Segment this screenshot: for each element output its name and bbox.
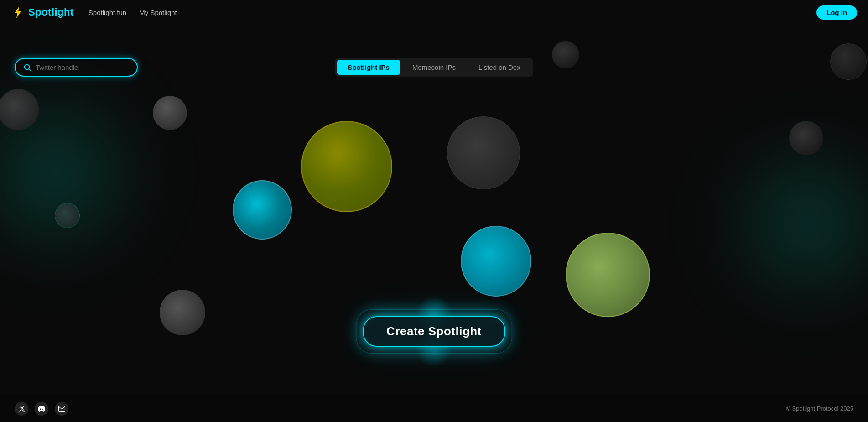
nav-my-spotlight[interactable]: My Spotlight <box>139 9 177 16</box>
tab-memecoin-ips[interactable]: Memecoin IPs <box>401 60 467 75</box>
main-canvas: Spotlight IPs Memecoin IPs Listed on Dex… <box>0 25 868 422</box>
circle-11 <box>566 233 650 317</box>
search-container <box>15 58 138 77</box>
logo: Spotlight <box>11 5 74 19</box>
tabs-container: Spotlight IPs Memecoin IPs Listed on Dex <box>335 58 533 77</box>
create-spotlight-glow: Create Spotlight <box>363 316 505 347</box>
navbar: Spotlight Spotlight.fun My Spotlight Log… <box>0 0 868 25</box>
footer-copyright: © Spotlight Protocol 2025 <box>786 405 853 412</box>
circle-9 <box>55 203 80 228</box>
circle-7 <box>233 180 292 240</box>
circle-1 <box>0 89 39 130</box>
circle-12 <box>789 121 823 155</box>
nav-links: Spotlight.fun My Spotlight <box>88 9 816 16</box>
tab-spotlight-ips[interactable]: Spotlight IPs <box>337 60 400 75</box>
svg-marker-0 <box>15 6 21 18</box>
login-button[interactable]: Log In <box>816 5 857 20</box>
circle-10 <box>160 290 205 335</box>
logo-icon <box>11 5 25 19</box>
footer: © Spotlight Protocol 2025 <box>0 395 868 422</box>
circle-2 <box>153 96 187 130</box>
discord-icon[interactable] <box>35 402 48 416</box>
search-box <box>15 58 138 77</box>
email-icon[interactable] <box>55 402 68 416</box>
circle-4 <box>447 116 520 189</box>
circle-3 <box>301 121 392 212</box>
twitter-icon[interactable] <box>15 402 28 416</box>
create-spotlight-container: Create Spotlight <box>363 316 505 347</box>
circle-8 <box>461 226 531 297</box>
footer-social-icons <box>15 402 68 416</box>
nav-spotlight-fun[interactable]: Spotlight.fun <box>88 9 126 16</box>
circle-5 <box>552 41 579 68</box>
create-spotlight-button[interactable]: Create Spotlight <box>363 316 505 347</box>
logo-text: Spotlight <box>28 6 74 18</box>
svg-line-2 <box>29 69 31 71</box>
tab-listed-on-dex[interactable]: Listed on Dex <box>468 60 531 75</box>
circle-6 <box>830 43 867 80</box>
search-input[interactable] <box>36 63 129 71</box>
search-icon <box>24 64 31 71</box>
